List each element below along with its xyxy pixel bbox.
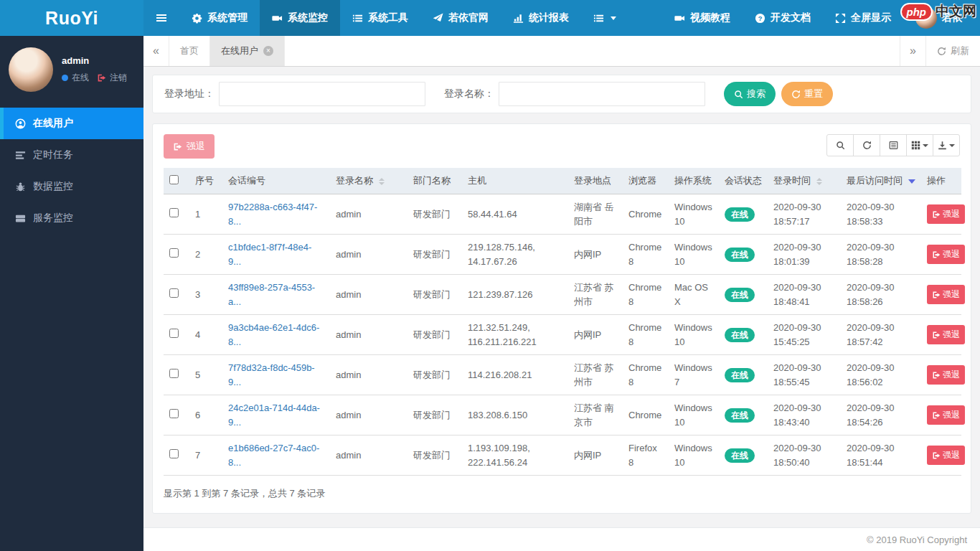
sort-icons: [816, 178, 822, 185]
cell-login-time: 2020-09-30 18:50:40: [768, 435, 841, 476]
table-body: 197b2288a-c663-4f47-8...admin研发部门58.44.4…: [164, 194, 961, 476]
columns-icon: [911, 141, 920, 150]
online-users-table: 序号会话编号登录名称部门名称主机登录地点浏览器操作系统会话状态登录时间最后访问时…: [164, 168, 961, 476]
select-all-checkbox[interactable]: [169, 175, 179, 184]
cell-os: Windows 10: [669, 194, 719, 235]
tab-refresh-button[interactable]: 刷新: [925, 36, 980, 66]
cell-os: Windows 7: [669, 355, 719, 395]
nav-item-fullscreen[interactable]: 全屏显示: [823, 0, 903, 36]
sidebar-item-server-monitor[interactable]: 服务监控: [0, 202, 143, 234]
force-logout-row-button[interactable]: 强退: [927, 204, 965, 224]
cell-host: 121.239.87.126: [462, 275, 568, 315]
table-search-button[interactable]: [826, 134, 854, 156]
online-status-dot: [62, 75, 68, 81]
force-logout-row-button[interactable]: 强退: [927, 245, 965, 264]
sidebar-toggle-button[interactable]: [143, 0, 179, 36]
watermark-text: 中文网: [936, 2, 976, 21]
nav-item-system-tools[interactable]: 系统工具: [340, 0, 420, 36]
search-button[interactable]: 搜索: [724, 82, 776, 106]
row-checkbox[interactable]: [169, 449, 179, 458]
table-export-button[interactable]: [933, 134, 960, 156]
row-checkbox[interactable]: [169, 288, 179, 298]
cell-location: 江苏省 南京市: [568, 395, 623, 435]
login-address-input[interactable]: [219, 82, 425, 106]
table-columns-button[interactable]: [906, 134, 933, 156]
table-refresh-button[interactable]: [853, 134, 880, 156]
refresh-icon: [937, 47, 946, 56]
sidebar-item-data-monitor[interactable]: 数据监控: [0, 171, 143, 202]
cell-login-name: admin: [330, 194, 407, 235]
nav-item-more-menu[interactable]: [581, 0, 628, 36]
cell-index: 5: [189, 355, 222, 395]
column-header: 主机: [462, 168, 568, 194]
column-header[interactable]: 最后访问时间: [841, 168, 921, 194]
online-status-label: 在线: [72, 72, 89, 84]
force-logout-batch-button[interactable]: 强退: [164, 134, 215, 159]
bug-icon: [15, 182, 26, 192]
nav-item-stats-report[interactable]: 统计报表: [501, 0, 581, 36]
cell-location: 内网IP: [568, 315, 623, 355]
nav-item-system-manage[interactable]: 系统管理: [179, 0, 260, 36]
tab-home[interactable]: 首页: [169, 36, 210, 66]
detail-icon: [889, 141, 898, 150]
session-id-link[interactable]: 43ff89e8-257a-4553-a...: [228, 282, 315, 307]
column-header: 会话状态: [719, 168, 768, 194]
force-logout-row-button[interactable]: 强退: [927, 325, 965, 344]
session-id-link[interactable]: e1b686ed-27c7-4ac0-8...: [228, 443, 319, 468]
fullscreen-icon: [835, 13, 846, 24]
signout-icon: [932, 291, 941, 299]
list-icon: [352, 13, 363, 24]
online-users-panel: 强退 序号会话编号登录名称部门名称主机登录地点浏览器操作系统会话状态登录时间最后…: [152, 123, 971, 514]
table-row: 197b2288a-c663-4f47-8...admin研发部门58.44.4…: [164, 194, 961, 235]
cell-dept: 研发部门: [407, 235, 462, 275]
cell-os: Windows 10: [669, 315, 719, 355]
tabs-scroll-left-button[interactable]: «: [143, 36, 169, 66]
login-name-input[interactable]: [499, 82, 705, 106]
row-checkbox[interactable]: [169, 409, 179, 418]
tab-bar: « 首页 在线用户 × » 刷新: [143, 36, 980, 67]
nav-item-video-tutorial[interactable]: 视频教程: [662, 0, 743, 36]
cell-host: 183.208.6.150: [462, 395, 568, 435]
tab-close-icon[interactable]: ×: [263, 46, 273, 56]
force-logout-row-button[interactable]: 强退: [927, 446, 965, 465]
row-checkbox[interactable]: [169, 208, 179, 217]
tasks-icon: [15, 150, 26, 161]
force-logout-row-button[interactable]: 强退: [927, 365, 965, 385]
table-detail-button[interactable]: [880, 134, 907, 156]
sidebar-menu: 在线用户定时任务数据监控服务监控: [0, 108, 143, 234]
cell-location: 内网IP: [568, 235, 623, 275]
session-id-link[interactable]: 7f78d32a-f8dc-459b-9...: [228, 362, 315, 387]
session-id-link[interactable]: 97b2288a-c663-4f47-8...: [228, 202, 317, 227]
cell-index: 6: [189, 395, 222, 435]
tabs-scroll-right-button[interactable]: »: [900, 36, 925, 66]
column-header[interactable]: 登录时间: [768, 168, 841, 194]
status-badge: 在线: [725, 248, 755, 262]
row-checkbox[interactable]: [169, 329, 179, 338]
cell-browser: Chrome: [623, 395, 669, 435]
nav-item-ruoyi-site[interactable]: 若依官网: [420, 0, 501, 36]
force-logout-row-button[interactable]: 强退: [927, 285, 965, 304]
video-icon: [674, 13, 685, 24]
session-id-link[interactable]: c1bfdec1-8f7f-48e4-9...: [228, 242, 311, 267]
cell-dept: 研发部门: [407, 355, 462, 395]
sidebar-item-scheduled-tasks[interactable]: 定时任务: [0, 139, 143, 171]
reset-button[interactable]: 重置: [781, 82, 833, 106]
session-id-link[interactable]: 24c2e01a-714d-44da-9...: [228, 402, 320, 428]
force-logout-row-button[interactable]: 强退: [927, 405, 965, 425]
sort-desc-icon: [908, 179, 915, 184]
cell-last-access-time: 2020-09-30 18:56:02: [841, 355, 921, 395]
column-header[interactable]: 登录名称: [330, 168, 407, 194]
status-badge: 在线: [725, 328, 755, 342]
tab-online-users[interactable]: 在线用户 ×: [210, 36, 285, 66]
user-avatar[interactable]: [9, 47, 53, 92]
sidebar-item-online-users[interactable]: 在线用户: [0, 108, 143, 139]
cell-browser: Chrome: [623, 194, 669, 235]
nav-item-system-monitor[interactable]: 系统监控: [260, 0, 340, 36]
status-badge: 在线: [725, 207, 755, 222]
row-checkbox[interactable]: [169, 369, 179, 378]
row-checkbox[interactable]: [169, 248, 179, 258]
status-badge: 在线: [725, 288, 755, 302]
session-id-link[interactable]: 9a3cb4ae-62e1-4dc6-8...: [228, 322, 319, 347]
logout-link[interactable]: 注销: [110, 72, 127, 84]
nav-item-dev-docs[interactable]: 开发文档: [743, 0, 823, 36]
